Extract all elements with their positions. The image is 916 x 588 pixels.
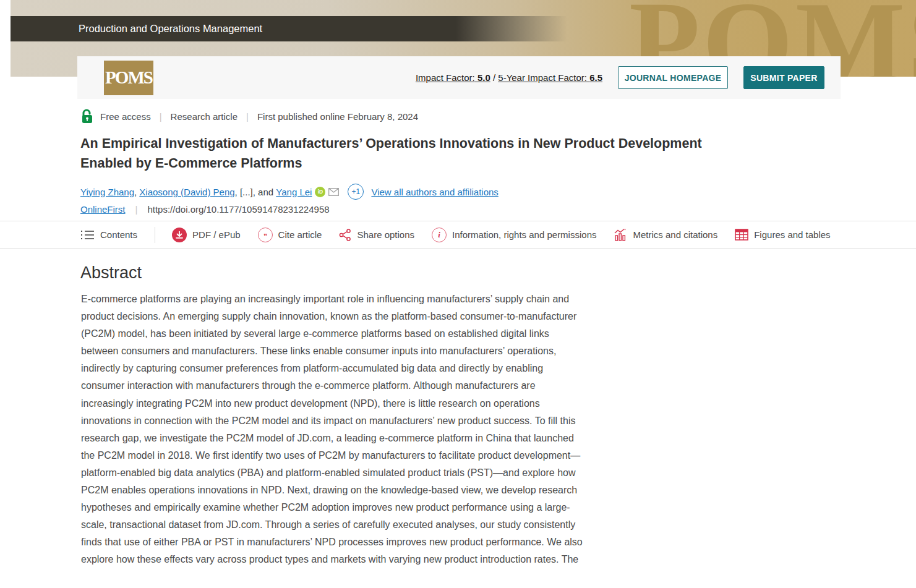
cite-article-label: Cite article [278, 229, 322, 240]
figures-tables-button[interactable]: Figures and tables [735, 229, 830, 241]
impact-factor-link[interactable]: Impact Factor: 5.0 [416, 72, 490, 83]
share-options-label: Share options [357, 229, 414, 240]
journal-name: Production and Operations Management [11, 16, 567, 41]
impact-factor-separator: / [493, 72, 495, 83]
author-link-2[interactable]: Xiaosong (David) Peng [139, 187, 234, 197]
author-link-3[interactable]: Yang Lei [276, 187, 312, 197]
online-first-link[interactable]: OnlineFirst [80, 204, 126, 215]
toolbar-separator [155, 227, 155, 243]
published-date-label: First published online February 8, 2024 [257, 111, 418, 122]
authors-row: Yiying Zhang , Xiaosong (David) Peng , [… [80, 184, 499, 200]
author-link-1[interactable]: Yiying Zhang [80, 187, 134, 197]
abstract-text: E-commerce platforms are playing an incr… [81, 291, 588, 569]
cite-article-button[interactable]: ” Cite article [258, 228, 322, 242]
bar-chart-icon [614, 228, 627, 242]
info-circle-icon: i [432, 228, 447, 242]
pdf-epub-label: PDF / ePub [192, 229, 241, 240]
contents-button[interactable]: Contents [81, 229, 137, 241]
contents-label: Contents [100, 229, 137, 240]
meta-separator: | [246, 111, 249, 122]
meta-separator: | [160, 111, 162, 122]
information-rights-label: Information, rights and permissions [452, 229, 596, 240]
journal-logo[interactable]: POMS [104, 61, 153, 95]
quote-bubble-icon: ” [258, 228, 273, 242]
more-authors-button[interactable]: +1 [348, 184, 364, 200]
metrics-citations-label: Metrics and citations [633, 229, 717, 240]
doi-text: https://doi.org/10.1177/1059147823122495… [147, 204, 329, 215]
publication-row: OnlineFirst | https://doi.org/10.1177/10… [80, 204, 330, 215]
figures-tables-label: Figures and tables [754, 229, 830, 240]
toolbar-bottom-divider [0, 248, 916, 249]
article-title: An Empirical Investigation of Manufactur… [80, 134, 751, 173]
envelope-icon[interactable] [328, 188, 339, 196]
pub-separator: | [135, 204, 138, 215]
article-meta-row: Free access | Research article | First p… [81, 109, 418, 124]
share-nodes-icon [339, 229, 351, 241]
share-options-button[interactable]: Share options [339, 229, 414, 241]
abstract-heading: Abstract [80, 263, 142, 283]
access-type-label: Free access [100, 111, 151, 122]
article-type-label: Research article [171, 111, 238, 122]
download-circle-icon [172, 228, 187, 242]
orcid-icon[interactable]: iD [315, 187, 325, 197]
journal-homepage-button[interactable]: JOURNAL HOMEPAGE [618, 66, 728, 89]
article-toolbar: Contents PDF / ePub ” Cite article Share… [81, 221, 848, 248]
five-year-impact-factor-link[interactable]: 5-Year Impact Factor: 6.5 [498, 72, 602, 83]
impact-factor-line: Impact Factor: 5.0 / 5-Year Impact Facto… [416, 72, 602, 83]
open-lock-icon [81, 109, 93, 124]
pdf-epub-button[interactable]: PDF / ePub [172, 228, 241, 242]
journal-header-card: POMS Impact Factor: 5.0 / 5-Year Impact … [77, 56, 841, 99]
journal-name-bar: Production and Operations Management [11, 16, 567, 41]
view-all-authors-link[interactable]: View all authors and affiliations [371, 187, 498, 197]
table-icon [735, 229, 748, 241]
metrics-citations-button[interactable]: Metrics and citations [614, 228, 717, 242]
list-icon [81, 229, 95, 241]
submit-paper-button[interactable]: SUBMIT PAPER [743, 66, 824, 89]
information-rights-button[interactable]: i Information, rights and permissions [432, 228, 596, 242]
